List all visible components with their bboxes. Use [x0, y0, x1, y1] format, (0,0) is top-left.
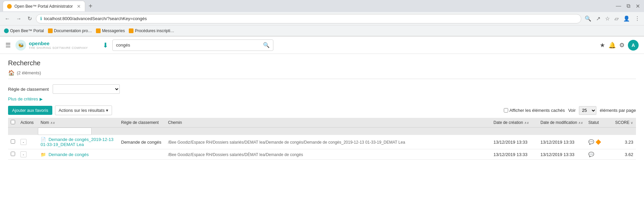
select-all-checkbox[interactable] [11, 120, 15, 124]
logo: 🐝 openbee THE SHARING SOFTWARE COMPANY [15, 39, 88, 51]
home-icon[interactable]: 🏠 [8, 70, 15, 76]
profile-button[interactable]: 👤 [622, 14, 631, 23]
row1-name-link[interactable]: Demande de congés_2019-12-13 01-33-19_DE… [41, 137, 113, 147]
date-modification-sort-icon: ∧∨ [578, 121, 583, 125]
actions-results-button[interactable]: Actions sur les résultats ▾ [55, 105, 112, 115]
results-table: Actions Nom ∧∨ Règle de classement Chemi… [8, 118, 636, 160]
filter-chemin-cell [165, 128, 491, 135]
active-tab[interactable]: Open Bee™ Portal Administrator ✕ [3, 1, 85, 11]
row1-date-modification-cell: 13/12/2019 13:33 [538, 135, 586, 149]
header-right: ★ 🔔 ⚙ A [600, 40, 639, 51]
avatar-button[interactable]: A [628, 40, 639, 51]
address-bar[interactable]: ℹ localhost:8000/advancedSearch/?searchK… [36, 14, 581, 23]
page-title: Recherche [8, 59, 636, 67]
forward-button[interactable]: → [14, 14, 23, 23]
filter-name-cell [38, 128, 118, 135]
row2-date-creation-text: 13/12/2019 13:33 [493, 152, 527, 157]
row1-orange-icon: 🔶 [595, 139, 601, 145]
row2-comment-icon: 💬 [588, 152, 594, 157]
col-chemin-label: Chemin [168, 120, 182, 125]
row2-name-link[interactable]: Demande de congés [49, 152, 89, 157]
settings-icon-button[interactable]: ⚙ [619, 42, 625, 49]
download-button[interactable]: ⬇ [103, 41, 108, 49]
search-submit-button[interactable]: 🔍 [260, 42, 273, 48]
bookmark-label-openbee: Open Bee™ Portal [10, 28, 44, 33]
toolbar-left: Ajouter aux favoris Actions sur les résu… [8, 105, 112, 115]
tab-favicon [7, 4, 12, 9]
table-filter-row [8, 128, 636, 135]
row1-name-cell: 📄 Demande de congés_2019-12-13 01-33-19_… [38, 135, 118, 149]
table-header-row: Actions Nom ∧∨ Règle de classement Chemi… [8, 118, 636, 128]
row2-action-button[interactable]: - [20, 151, 26, 157]
row1-checkbox-cell [8, 135, 18, 149]
svg-text:🐝: 🐝 [18, 43, 24, 48]
hamburger-button[interactable]: ☰ [5, 42, 11, 49]
show-hidden-checkbox[interactable] [504, 108, 508, 113]
show-hidden-label[interactable]: Afficher les éléments cachés [504, 108, 565, 113]
col-date-modification-label: Date de modification [540, 120, 577, 125]
table-row: - 📄 Demande de congés_2019-12-13 01-33-1… [8, 135, 636, 149]
col-score-label: SCORE [615, 120, 630, 125]
name-filter-input[interactable] [38, 128, 92, 135]
col-classement-header: Règle de classement [118, 118, 165, 128]
date-creation-sort-icon: ∧∨ [524, 121, 529, 125]
col-statut-header: Statut [586, 118, 612, 128]
row2-actions-cell: - [18, 149, 38, 160]
favorites-icon-button[interactable]: ★ [600, 42, 605, 49]
new-tab-button[interactable]: + [87, 2, 95, 10]
search-input[interactable] [113, 43, 260, 48]
bookmark-icon-doc [48, 28, 53, 33]
reload-button[interactable]: ↻ [25, 14, 34, 23]
filter-actions-cell [18, 128, 38, 135]
actions-results-label: Actions sur les résultats [59, 108, 105, 113]
bookmark-icon-messageries [96, 28, 101, 33]
app-header: ☰ 🐝 openbee THE SHARING SOFTWARE COMPANY… [0, 36, 644, 54]
row2-folder-icon: 📁 [41, 152, 46, 157]
browser-chrome: Open Bee™ Portal Administrator ✕ + — ⧉ ✕… [0, 0, 644, 36]
bookmark-openbee[interactable]: Open Bee™ Portal [4, 28, 44, 33]
per-page-select[interactable]: 25 50 100 [579, 106, 596, 115]
row1-file-icon: 📄 [41, 137, 46, 142]
notifications-icon-button[interactable]: 🔔 [608, 42, 616, 49]
split-view-button[interactable]: ▱ [613, 14, 620, 23]
row2-checkbox[interactable] [11, 152, 15, 156]
row1-statut-cell: 💬 🔶 [586, 135, 612, 149]
close-button[interactable]: ✕ [634, 2, 641, 11]
bookmark-messageries[interactable]: Messageries [96, 28, 125, 33]
row1-action-button[interactable]: - [20, 139, 26, 145]
col-name-header[interactable]: Nom ∧∨ [38, 118, 118, 128]
row2-chemin-cell: /Bee Goodiz/Espace RH/Dossiers salariés/… [165, 149, 491, 160]
col-actions-label: Actions [20, 120, 34, 125]
col-date-creation-header[interactable]: Date de création ∧∨ [491, 118, 538, 128]
restore-button[interactable]: ⧉ [625, 2, 632, 10]
row1-checkbox[interactable] [11, 139, 15, 144]
col-date-modification-header[interactable]: Date de modification ∧∨ [538, 118, 586, 128]
bookmark-icon-procedures [129, 28, 133, 33]
bookmark-star-button[interactable]: ☆ [604, 14, 611, 23]
classement-select[interactable] [53, 84, 120, 94]
row1-score-text: 3.23 [625, 140, 633, 145]
url-text: localhost:8000/advancedSearch/?searchKey… [44, 16, 147, 21]
row2-date-creation-cell: 13/12/2019 13:33 [491, 149, 538, 160]
table-row: - 📁 Demande de congés /Bee Goodiz/Espace… [8, 149, 636, 160]
toolbar: Ajouter aux favoris Actions sur les résu… [8, 105, 636, 115]
more-criteria-link[interactable]: Plus de critères ▶ [8, 96, 636, 101]
minimize-button[interactable]: — [614, 2, 623, 10]
name-sort-icon: ∧∨ [50, 121, 55, 125]
filter-statut-cell [586, 128, 612, 135]
tab-close-button[interactable]: ✕ [77, 4, 81, 9]
col-chemin-header: Chemin [165, 118, 491, 128]
back-button[interactable]: ← [3, 14, 12, 23]
breadcrumb-bar: 🏠 (2 éléments) [8, 70, 636, 79]
bookmark-doc[interactable]: Documentation pro… [48, 28, 92, 33]
zoom-button[interactable]: 🔍 [583, 14, 593, 23]
bookmark-procedures[interactable]: Procédures inscripti… [129, 28, 174, 33]
row2-score-cell: 3.62 [612, 149, 636, 160]
col-score-header[interactable]: SCORE ∨ [612, 118, 636, 128]
row2-chemin-text: /Bee Goodiz/Espace RH/Dossiers salariés/… [168, 152, 303, 157]
share-button[interactable]: ↗ [595, 14, 602, 23]
score-sort-icon: ∨ [631, 121, 633, 125]
menu-button[interactable]: ⋮ [633, 14, 641, 23]
bookmark-label-doc: Documentation pro… [54, 28, 92, 33]
add-favorites-button[interactable]: Ajouter aux favoris [8, 106, 52, 115]
